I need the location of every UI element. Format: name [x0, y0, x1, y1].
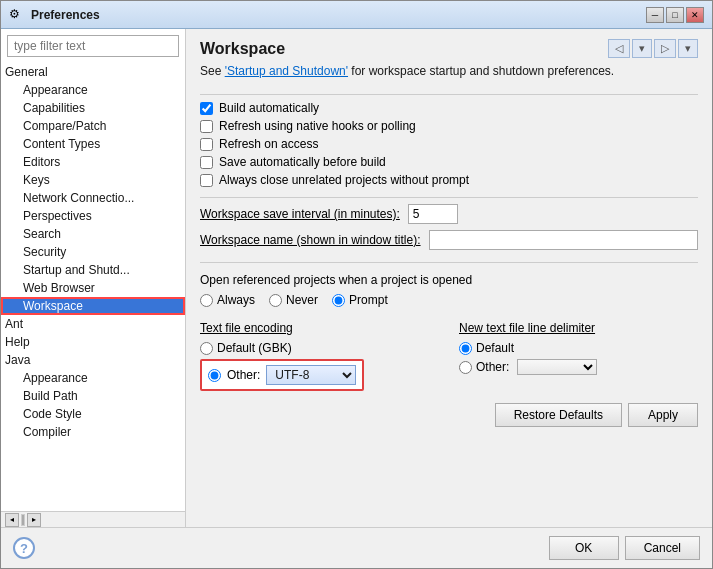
cancel-button[interactable]: Cancel [625, 536, 700, 560]
delim-other-radio[interactable] [459, 361, 472, 374]
enc-default-label: Default (GBK) [217, 341, 292, 355]
open-prompt-label: Prompt [349, 293, 388, 307]
open-always-radio[interactable] [200, 294, 213, 307]
tree-item-security[interactable]: Security [1, 243, 185, 261]
enc-other-radio[interactable] [208, 369, 221, 382]
enc-other-row: Other: UTF-8 UTF-16 ISO-8859-1 [200, 359, 439, 391]
enc-other-label: Other: [227, 368, 260, 382]
delim-default-row: Default [459, 341, 698, 355]
close-unrelated-checkbox[interactable] [200, 174, 213, 187]
tree-item-ant[interactable]: Ant [1, 315, 185, 333]
text-encoding-col: Text file encoding Default (GBK) Other: … [200, 321, 439, 391]
dialog-icon: ⚙ [9, 7, 25, 23]
tree-item-java-codestyle[interactable]: Code Style [1, 405, 185, 423]
panel-description: See 'Startup and Shutdown' for workspace… [200, 64, 698, 78]
tree-item-content-types[interactable]: Content Types [1, 135, 185, 153]
build-auto-row: Build automatically [200, 101, 698, 115]
build-auto-label: Build automatically [219, 101, 319, 115]
save-interval-input[interactable] [408, 204, 458, 224]
title-bar-left: ⚙ Preferences [9, 7, 100, 23]
action-buttons: Restore Defaults Apply [200, 403, 698, 427]
separator-2 [200, 197, 698, 198]
save-interval-label: Workspace save interval (in minutes): [200, 207, 400, 221]
delimiter-select[interactable] [517, 359, 597, 375]
restore-defaults-button[interactable]: Restore Defaults [495, 403, 622, 427]
line-delimiter-title: New text file line delimiter [459, 321, 698, 335]
panel-header: Workspace ◁ ▾ ▷ ▾ [200, 39, 698, 58]
refresh-native-row: Refresh using native hooks or polling [200, 119, 698, 133]
scroll-thumb[interactable] [22, 515, 24, 525]
preferences-dialog: ⚙ Preferences ─ □ ✕ GeneralAppearanceCap… [0, 0, 713, 569]
open-prompt-row: Prompt [332, 293, 388, 307]
line-delimiter-col: New text file line delimiter Default Oth… [459, 321, 698, 391]
dialog-title: Preferences [31, 8, 100, 22]
desc-text: See [200, 64, 225, 78]
main-content: GeneralAppearanceCapabilitiesCompare/Pat… [1, 29, 712, 527]
save-auto-row: Save automatically before build [200, 155, 698, 169]
enc-default-row: Default (GBK) [200, 341, 439, 355]
tree-item-compare-patch[interactable]: Compare/Patch [1, 117, 185, 135]
tree-item-search[interactable]: Search [1, 225, 185, 243]
startup-shutdown-link[interactable]: 'Startup and Shutdown' [225, 64, 348, 78]
scroll-track[interactable] [21, 514, 25, 526]
back-button[interactable]: ◁ [608, 39, 630, 58]
tree-item-general[interactable]: General [1, 63, 185, 81]
delim-other-label: Other: [476, 360, 509, 374]
refresh-access-checkbox[interactable] [200, 138, 213, 151]
desc-suffix: for workspace startup and shutdown prefe… [348, 64, 614, 78]
right-panel: Workspace ◁ ▾ ▷ ▾ See 'Startup and Shutd… [186, 29, 712, 527]
build-auto-checkbox[interactable] [200, 102, 213, 115]
open-always-label: Always [217, 293, 255, 307]
workspace-name-label: Workspace name (shown in window title): [200, 233, 421, 247]
tree-item-web-browser[interactable]: Web Browser [1, 279, 185, 297]
scroll-right-arrow[interactable]: ▸ [27, 513, 41, 527]
save-auto-label: Save automatically before build [219, 155, 386, 169]
open-referenced-group: Always Never Prompt [200, 293, 698, 307]
tree-item-java-buildpath[interactable]: Build Path [1, 387, 185, 405]
separator-1 [200, 94, 698, 95]
tree-item-network-connections[interactable]: Network Connectio... [1, 189, 185, 207]
tree-item-java[interactable]: Java [1, 351, 185, 369]
open-prompt-radio[interactable] [332, 294, 345, 307]
encoding-box: Other: UTF-8 UTF-16 ISO-8859-1 [200, 359, 364, 391]
filter-input[interactable] [7, 35, 179, 57]
refresh-access-label: Refresh on access [219, 137, 318, 151]
save-interval-row: Workspace save interval (in minutes): [200, 204, 698, 224]
scroll-left-arrow[interactable]: ◂ [5, 513, 19, 527]
save-auto-checkbox[interactable] [200, 156, 213, 169]
forward-dropdown-button[interactable]: ▾ [678, 39, 698, 58]
close-button[interactable]: ✕ [686, 7, 704, 23]
tree-item-keys[interactable]: Keys [1, 171, 185, 189]
encoding-select[interactable]: UTF-8 UTF-16 ISO-8859-1 [266, 365, 356, 385]
open-never-radio[interactable] [269, 294, 282, 307]
help-button[interactable]: ? [13, 537, 35, 559]
open-always-row: Always [200, 293, 255, 307]
open-referenced-label: Open referenced projects when a project … [200, 273, 698, 287]
tree-item-appearance[interactable]: Appearance [1, 81, 185, 99]
tree-item-editors[interactable]: Editors [1, 153, 185, 171]
panel-title: Workspace [200, 40, 285, 58]
left-panel: GeneralAppearanceCapabilitiesCompare/Pat… [1, 29, 186, 527]
tree-item-perspectives[interactable]: Perspectives [1, 207, 185, 225]
ok-button[interactable]: OK [549, 536, 619, 560]
bottom-left: ? [13, 537, 35, 559]
close-unrelated-label: Always close unrelated projects without … [219, 173, 469, 187]
open-never-label: Never [286, 293, 318, 307]
enc-default-radio[interactable] [200, 342, 213, 355]
back-dropdown-button[interactable]: ▾ [632, 39, 652, 58]
minimize-button[interactable]: ─ [646, 7, 664, 23]
tree-item-java-compiler[interactable]: Compiler [1, 423, 185, 441]
tree-item-java-appearance[interactable]: Appearance [1, 369, 185, 387]
refresh-native-checkbox[interactable] [200, 120, 213, 133]
title-bar: ⚙ Preferences ─ □ ✕ [1, 1, 712, 29]
tree-item-help[interactable]: Help [1, 333, 185, 351]
tree-item-startup-shutdown[interactable]: Startup and Shutd... [1, 261, 185, 279]
maximize-button[interactable]: □ [666, 7, 684, 23]
workspace-name-input[interactable] [429, 230, 698, 250]
text-encoding-title: Text file encoding [200, 321, 439, 335]
delim-default-radio[interactable] [459, 342, 472, 355]
tree-item-workspace[interactable]: Workspace [1, 297, 185, 315]
tree-item-capabilities[interactable]: Capabilities [1, 99, 185, 117]
forward-button[interactable]: ▷ [654, 39, 676, 58]
apply-button[interactable]: Apply [628, 403, 698, 427]
